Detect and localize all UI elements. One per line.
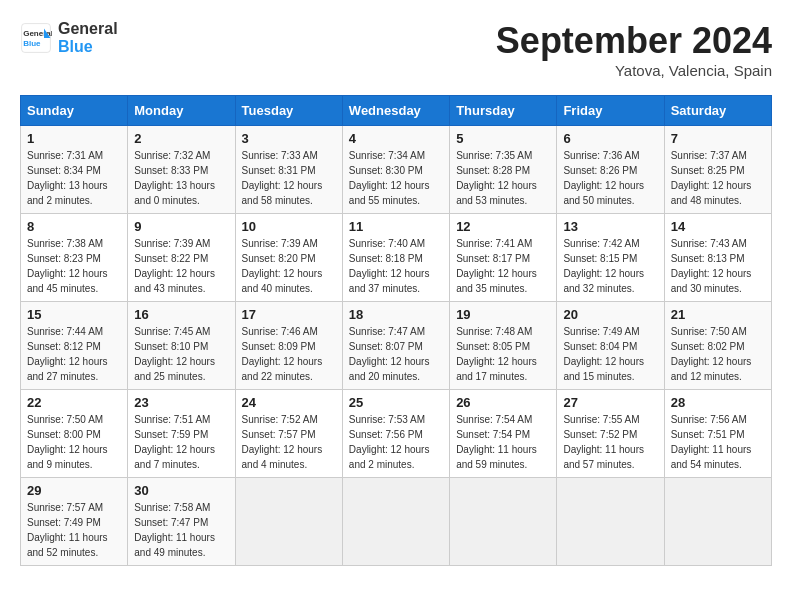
day-number: 21 xyxy=(671,307,765,322)
header-saturday: Saturday xyxy=(664,96,771,126)
calendar-day-cell: 25 Sunrise: 7:53 AM Sunset: 7:56 PM Dayl… xyxy=(342,390,449,478)
svg-text:Blue: Blue xyxy=(23,39,41,48)
day-number: 6 xyxy=(563,131,657,146)
day-number: 20 xyxy=(563,307,657,322)
calendar-day-cell: 17 Sunrise: 7:46 AM Sunset: 8:09 PM Dayl… xyxy=(235,302,342,390)
day-number: 4 xyxy=(349,131,443,146)
day-info: Sunrise: 7:39 AM Sunset: 8:20 PM Dayligh… xyxy=(242,236,336,296)
calendar-day-cell: 28 Sunrise: 7:56 AM Sunset: 7:51 PM Dayl… xyxy=(664,390,771,478)
day-number: 14 xyxy=(671,219,765,234)
calendar-day-cell: 10 Sunrise: 7:39 AM Sunset: 8:20 PM Dayl… xyxy=(235,214,342,302)
day-number: 15 xyxy=(27,307,121,322)
calendar-day-cell: 20 Sunrise: 7:49 AM Sunset: 8:04 PM Dayl… xyxy=(557,302,664,390)
calendar-day-cell: 24 Sunrise: 7:52 AM Sunset: 7:57 PM Dayl… xyxy=(235,390,342,478)
day-number: 9 xyxy=(134,219,228,234)
header-monday: Monday xyxy=(128,96,235,126)
calendar-day-cell xyxy=(450,478,557,566)
header-sunday: Sunday xyxy=(21,96,128,126)
header-tuesday: Tuesday xyxy=(235,96,342,126)
day-number: 11 xyxy=(349,219,443,234)
day-info: Sunrise: 7:54 AM Sunset: 7:54 PM Dayligh… xyxy=(456,412,550,472)
calendar-day-cell: 29 Sunrise: 7:57 AM Sunset: 7:49 PM Dayl… xyxy=(21,478,128,566)
day-number: 2 xyxy=(134,131,228,146)
day-number: 17 xyxy=(242,307,336,322)
day-info: Sunrise: 7:43 AM Sunset: 8:13 PM Dayligh… xyxy=(671,236,765,296)
day-number: 19 xyxy=(456,307,550,322)
calendar-day-cell: 21 Sunrise: 7:50 AM Sunset: 8:02 PM Dayl… xyxy=(664,302,771,390)
day-number: 1 xyxy=(27,131,121,146)
day-info: Sunrise: 7:44 AM Sunset: 8:12 PM Dayligh… xyxy=(27,324,121,384)
day-info: Sunrise: 7:34 AM Sunset: 8:30 PM Dayligh… xyxy=(349,148,443,208)
calendar-day-cell: 7 Sunrise: 7:37 AM Sunset: 8:25 PM Dayli… xyxy=(664,126,771,214)
day-info: Sunrise: 7:37 AM Sunset: 8:25 PM Dayligh… xyxy=(671,148,765,208)
day-number: 30 xyxy=(134,483,228,498)
day-info: Sunrise: 7:39 AM Sunset: 8:22 PM Dayligh… xyxy=(134,236,228,296)
calendar-table: Sunday Monday Tuesday Wednesday Thursday… xyxy=(20,95,772,566)
location: Yatova, Valencia, Spain xyxy=(496,62,772,79)
day-info: Sunrise: 7:50 AM Sunset: 8:00 PM Dayligh… xyxy=(27,412,121,472)
page-header: General Blue General Blue September 2024… xyxy=(20,20,772,79)
calendar-day-cell: 3 Sunrise: 7:33 AM Sunset: 8:31 PM Dayli… xyxy=(235,126,342,214)
calendar-day-cell: 11 Sunrise: 7:40 AM Sunset: 8:18 PM Dayl… xyxy=(342,214,449,302)
calendar-day-cell: 14 Sunrise: 7:43 AM Sunset: 8:13 PM Dayl… xyxy=(664,214,771,302)
day-number: 23 xyxy=(134,395,228,410)
day-info: Sunrise: 7:56 AM Sunset: 7:51 PM Dayligh… xyxy=(671,412,765,472)
day-info: Sunrise: 7:57 AM Sunset: 7:49 PM Dayligh… xyxy=(27,500,121,560)
day-info: Sunrise: 7:52 AM Sunset: 7:57 PM Dayligh… xyxy=(242,412,336,472)
weekday-header-row: Sunday Monday Tuesday Wednesday Thursday… xyxy=(21,96,772,126)
calendar-day-cell: 26 Sunrise: 7:54 AM Sunset: 7:54 PM Dayl… xyxy=(450,390,557,478)
logo: General Blue General Blue xyxy=(20,20,118,56)
day-info: Sunrise: 7:32 AM Sunset: 8:33 PM Dayligh… xyxy=(134,148,228,208)
day-info: Sunrise: 7:38 AM Sunset: 8:23 PM Dayligh… xyxy=(27,236,121,296)
day-info: Sunrise: 7:50 AM Sunset: 8:02 PM Dayligh… xyxy=(671,324,765,384)
calendar-day-cell: 27 Sunrise: 7:55 AM Sunset: 7:52 PM Dayl… xyxy=(557,390,664,478)
logo-text-line1: General xyxy=(58,20,118,38)
logo-text-line2: Blue xyxy=(58,38,118,56)
day-info: Sunrise: 7:53 AM Sunset: 7:56 PM Dayligh… xyxy=(349,412,443,472)
calendar-day-cell: 8 Sunrise: 7:38 AM Sunset: 8:23 PM Dayli… xyxy=(21,214,128,302)
calendar-day-cell: 22 Sunrise: 7:50 AM Sunset: 8:00 PM Dayl… xyxy=(21,390,128,478)
calendar-day-cell: 9 Sunrise: 7:39 AM Sunset: 8:22 PM Dayli… xyxy=(128,214,235,302)
calendar-day-cell: 23 Sunrise: 7:51 AM Sunset: 7:59 PM Dayl… xyxy=(128,390,235,478)
calendar-week-row: 8 Sunrise: 7:38 AM Sunset: 8:23 PM Dayli… xyxy=(21,214,772,302)
day-number: 25 xyxy=(349,395,443,410)
day-number: 5 xyxy=(456,131,550,146)
day-info: Sunrise: 7:49 AM Sunset: 8:04 PM Dayligh… xyxy=(563,324,657,384)
calendar-header: Sunday Monday Tuesday Wednesday Thursday… xyxy=(21,96,772,126)
title-block: September 2024 Yatova, Valencia, Spain xyxy=(496,20,772,79)
calendar-day-cell: 13 Sunrise: 7:42 AM Sunset: 8:15 PM Dayl… xyxy=(557,214,664,302)
day-info: Sunrise: 7:58 AM Sunset: 7:47 PM Dayligh… xyxy=(134,500,228,560)
calendar-day-cell xyxy=(342,478,449,566)
month-title: September 2024 xyxy=(496,20,772,62)
calendar-day-cell: 4 Sunrise: 7:34 AM Sunset: 8:30 PM Dayli… xyxy=(342,126,449,214)
logo-icon: General Blue xyxy=(20,22,52,54)
calendar-week-row: 22 Sunrise: 7:50 AM Sunset: 8:00 PM Dayl… xyxy=(21,390,772,478)
calendar-day-cell: 5 Sunrise: 7:35 AM Sunset: 8:28 PM Dayli… xyxy=(450,126,557,214)
day-number: 28 xyxy=(671,395,765,410)
day-number: 29 xyxy=(27,483,121,498)
calendar-day-cell xyxy=(235,478,342,566)
calendar-week-row: 15 Sunrise: 7:44 AM Sunset: 8:12 PM Dayl… xyxy=(21,302,772,390)
day-number: 16 xyxy=(134,307,228,322)
calendar-day-cell xyxy=(664,478,771,566)
calendar-week-row: 29 Sunrise: 7:57 AM Sunset: 7:49 PM Dayl… xyxy=(21,478,772,566)
calendar-day-cell: 2 Sunrise: 7:32 AM Sunset: 8:33 PM Dayli… xyxy=(128,126,235,214)
day-number: 18 xyxy=(349,307,443,322)
calendar-day-cell: 16 Sunrise: 7:45 AM Sunset: 8:10 PM Dayl… xyxy=(128,302,235,390)
calendar-day-cell: 1 Sunrise: 7:31 AM Sunset: 8:34 PM Dayli… xyxy=(21,126,128,214)
calendar-day-cell: 30 Sunrise: 7:58 AM Sunset: 7:47 PM Dayl… xyxy=(128,478,235,566)
day-info: Sunrise: 7:33 AM Sunset: 8:31 PM Dayligh… xyxy=(242,148,336,208)
day-info: Sunrise: 7:35 AM Sunset: 8:28 PM Dayligh… xyxy=(456,148,550,208)
day-info: Sunrise: 7:42 AM Sunset: 8:15 PM Dayligh… xyxy=(563,236,657,296)
day-info: Sunrise: 7:40 AM Sunset: 8:18 PM Dayligh… xyxy=(349,236,443,296)
day-number: 3 xyxy=(242,131,336,146)
calendar-day-cell: 18 Sunrise: 7:47 AM Sunset: 8:07 PM Dayl… xyxy=(342,302,449,390)
calendar-day-cell: 12 Sunrise: 7:41 AM Sunset: 8:17 PM Dayl… xyxy=(450,214,557,302)
day-number: 12 xyxy=(456,219,550,234)
day-info: Sunrise: 7:36 AM Sunset: 8:26 PM Dayligh… xyxy=(563,148,657,208)
header-friday: Friday xyxy=(557,96,664,126)
calendar-day-cell: 19 Sunrise: 7:48 AM Sunset: 8:05 PM Dayl… xyxy=(450,302,557,390)
day-info: Sunrise: 7:48 AM Sunset: 8:05 PM Dayligh… xyxy=(456,324,550,384)
day-info: Sunrise: 7:31 AM Sunset: 8:34 PM Dayligh… xyxy=(27,148,121,208)
header-thursday: Thursday xyxy=(450,96,557,126)
